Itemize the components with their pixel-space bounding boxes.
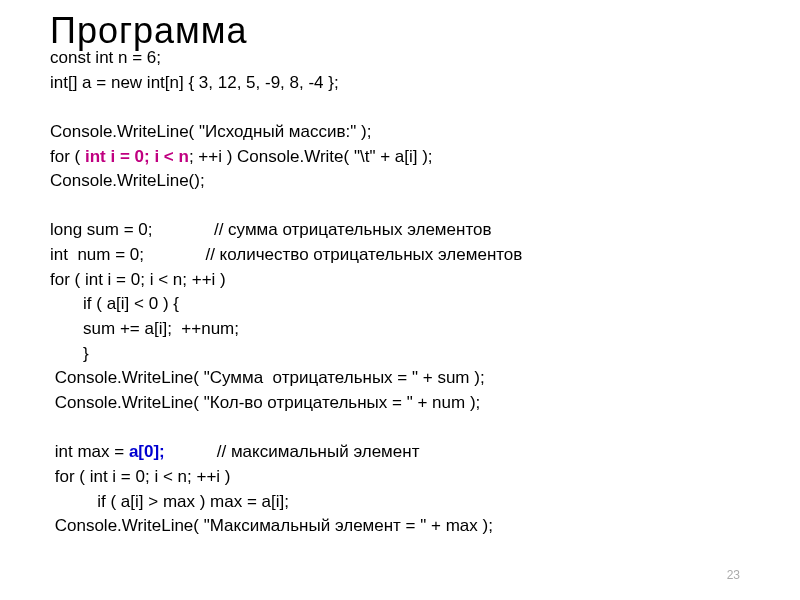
code-line: if ( a[i] < 0 ) { [50,294,179,313]
code-line: for ( [50,147,85,166]
page-number: 23 [727,568,740,582]
code-line: const int n = 6; [50,48,161,67]
code-line: for ( int i = 0; i < n; ++i ) [50,467,230,486]
code-line: int max = [50,442,129,461]
code-highlight: a[0]; [129,442,165,461]
code-line: ; ++i ) Console.Write( "\t" + a[i] ); [189,147,433,166]
code-line: Console.WriteLine( "Максимальный элемент… [50,516,493,535]
code-highlight: int i = 0; i < n [85,147,189,166]
code-line: for ( int i = 0; i < n; ++i ) [50,270,226,289]
code-line: // максимальный элемент [165,442,420,461]
code-line: if ( a[i] > max ) max = a[i]; [50,492,289,511]
code-line: long sum = 0; // сумма отрицательных эле… [50,220,491,239]
code-line: Console.WriteLine(); [50,171,205,190]
code-listing: const int n = 6; int[] a = new int[n] { … [50,46,750,539]
code-line: } [50,344,89,363]
code-line: sum += a[i]; ++num; [50,319,239,338]
code-line: int[] a = new int[n] { 3, 12, 5, -9, 8, … [50,73,339,92]
code-line: Console.WriteLine( "Исходный массив:" ); [50,122,371,141]
code-line: Console.WriteLine( "Кол-во отрицательных… [50,393,480,412]
code-line: Console.WriteLine( "Сумма отрицательных … [50,368,485,387]
code-line: int num = 0; // количество отрицательных… [50,245,522,264]
